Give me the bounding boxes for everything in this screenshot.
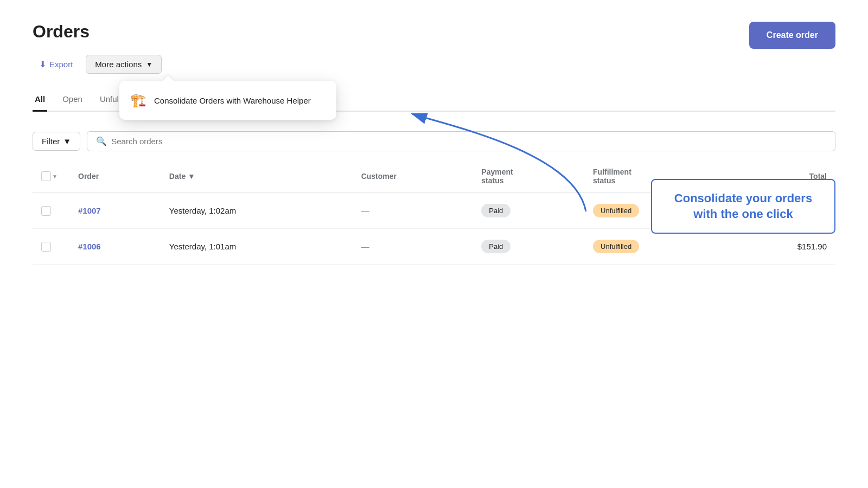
search-icon: 🔍 [96, 136, 107, 146]
order-link[interactable]: #1007 [78, 206, 101, 215]
export-button[interactable]: ⬇ Export [33, 55, 79, 74]
customer-column-header: Customer [353, 160, 473, 193]
date-column-header[interactable]: Date ▼ [161, 160, 353, 193]
order-link[interactable]: #1006 [78, 242, 101, 251]
tab-all[interactable]: All [33, 89, 47, 112]
payment-status-column-header: Paymentstatus [473, 160, 584, 193]
fulfillment-status-badge: Unfulfilled [593, 240, 639, 253]
dropdown-arrow [163, 75, 174, 81]
search-box: 🔍 [87, 131, 835, 151]
select-all-checkbox[interactable] [41, 171, 51, 181]
more-actions-dropdown: 🏗️ Consolidate Orders with Warehouse Hel… [119, 81, 336, 120]
page-title: Orders [33, 22, 835, 42]
create-order-button[interactable]: Create order [749, 22, 835, 49]
order-customer: — [353, 193, 473, 229]
more-actions-button[interactable]: More actions ▼ [86, 55, 162, 74]
order-date: Yesterday, 1:01am [161, 229, 353, 265]
export-label: Export [49, 60, 73, 69]
fulfillment-status-badge: Unfulfilled [593, 204, 639, 217]
header-actions: ⬇ Export More actions ▼ 🏗️ Consolidate O… [33, 55, 835, 74]
order-date: Yesterday, 1:02am [161, 193, 353, 229]
callout-box: Consolidate your orders with the one cli… [651, 179, 835, 234]
table-row: #1006 Yesterday, 1:01am — Paid Unfulfill… [33, 229, 835, 265]
more-actions-label: More actions [95, 60, 142, 69]
callout-text: Consolidate your orders with the one cli… [667, 191, 819, 222]
order-total: $151.90 [729, 229, 835, 265]
consolidate-orders-label: Consolidate Orders with Warehouse Helper [154, 96, 311, 105]
filter-chevron-icon: ▼ [63, 137, 71, 146]
payment-status-badge: Paid [481, 240, 510, 253]
payment-status-badge: Paid [481, 204, 510, 217]
order-column-header: Order [69, 160, 161, 193]
warehouse-helper-icon: 🏗️ [130, 93, 146, 108]
select-all-column: ▼ [33, 160, 69, 193]
filter-label: Filter [42, 137, 60, 146]
row-checkbox[interactable] [41, 242, 51, 252]
consolidate-orders-item[interactable]: 🏗️ Consolidate Orders with Warehouse Hel… [119, 85, 336, 115]
filter-row: Filter ▼ 🔍 [33, 123, 835, 160]
search-input[interactable] [111, 137, 826, 146]
order-customer: — [353, 229, 473, 265]
export-icon: ⬇ [39, 59, 46, 69]
checkbox-dropdown-icon[interactable]: ▼ [52, 172, 61, 181]
chevron-down-icon: ▼ [146, 61, 152, 68]
filter-button[interactable]: Filter ▼ [33, 132, 80, 151]
tab-open[interactable]: Open [60, 89, 85, 112]
row-checkbox[interactable] [41, 206, 51, 216]
